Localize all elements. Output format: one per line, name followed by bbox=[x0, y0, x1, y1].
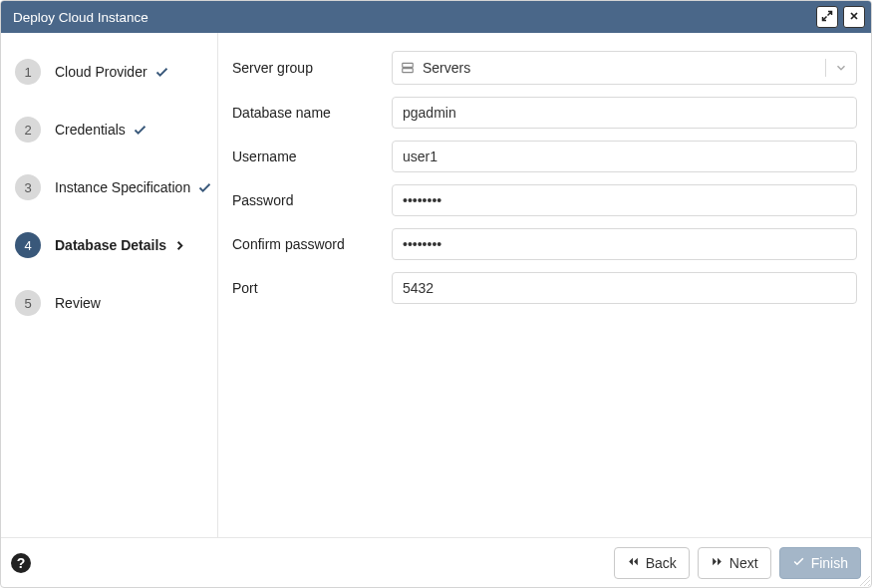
port-input[interactable] bbox=[392, 272, 857, 304]
forward-icon bbox=[711, 555, 724, 571]
back-button[interactable]: Back bbox=[614, 547, 690, 579]
server-group-select[interactable]: Servers bbox=[392, 51, 857, 85]
step-label: Database Details bbox=[55, 237, 166, 253]
step-cloud-provider[interactable]: 1 Cloud Provider bbox=[15, 43, 209, 101]
close-button[interactable] bbox=[843, 6, 865, 28]
form-content: Server group Servers Database name bbox=[218, 33, 871, 537]
maximize-button[interactable] bbox=[816, 6, 838, 28]
chevron-down-icon bbox=[834, 61, 848, 75]
header-controls bbox=[816, 6, 865, 28]
help-icon: ? bbox=[17, 555, 26, 571]
label-username: Username bbox=[232, 148, 392, 164]
step-number-badge: 4 bbox=[15, 232, 41, 258]
dialog-body: 1 Cloud Provider 2 Credentials 3 Instanc… bbox=[1, 33, 871, 537]
dialog-title: Deploy Cloud Instance bbox=[13, 10, 148, 25]
step-label: Instance Specification bbox=[55, 179, 190, 195]
next-label: Next bbox=[729, 555, 758, 571]
check-icon bbox=[154, 65, 169, 80]
step-number-badge: 3 bbox=[15, 174, 41, 200]
step-label: Review bbox=[55, 295, 101, 311]
row-password: Password bbox=[232, 184, 857, 216]
label-database-name: Database name bbox=[232, 105, 392, 121]
wizard-sidebar: 1 Cloud Provider 2 Credentials 3 Instanc… bbox=[1, 33, 218, 537]
svg-rect-0 bbox=[403, 63, 414, 67]
dialog-header: Deploy Cloud Instance bbox=[1, 1, 871, 33]
check-icon bbox=[197, 180, 212, 195]
step-label: Credentials bbox=[55, 122, 126, 138]
check-icon bbox=[792, 555, 805, 571]
rewind-icon bbox=[627, 555, 640, 571]
server-icon bbox=[401, 61, 415, 75]
step-database-details[interactable]: 4 Database Details bbox=[15, 216, 209, 274]
check-icon bbox=[133, 123, 147, 138]
row-confirm-password: Confirm password bbox=[232, 228, 857, 260]
step-review[interactable]: 5 Review bbox=[15, 274, 209, 332]
maximize-icon bbox=[821, 10, 833, 25]
label-server-group: Server group bbox=[232, 60, 392, 76]
row-database-name: Database name bbox=[232, 97, 857, 129]
label-password: Password bbox=[232, 192, 392, 208]
server-group-value: Servers bbox=[423, 60, 817, 76]
confirm-password-input[interactable] bbox=[392, 228, 857, 260]
finish-button[interactable]: Finish bbox=[779, 547, 861, 579]
row-server-group: Server group Servers bbox=[232, 51, 857, 85]
password-input[interactable] bbox=[392, 184, 857, 216]
step-number-badge: 5 bbox=[15, 290, 41, 316]
row-username: Username bbox=[232, 141, 857, 172]
finish-label: Finish bbox=[811, 555, 848, 571]
username-input[interactable] bbox=[392, 141, 857, 172]
row-port: Port bbox=[232, 272, 857, 304]
database-name-input[interactable] bbox=[392, 97, 857, 129]
select-divider bbox=[825, 59, 826, 77]
back-label: Back bbox=[646, 555, 677, 571]
label-confirm-password: Confirm password bbox=[232, 236, 392, 252]
step-number-badge: 2 bbox=[15, 117, 41, 143]
close-icon bbox=[848, 10, 860, 25]
step-credentials[interactable]: 2 Credentials bbox=[15, 101, 209, 158]
chevron-right-icon bbox=[172, 238, 187, 253]
step-label: Cloud Provider bbox=[55, 64, 147, 80]
step-instance-specification[interactable]: 3 Instance Specification bbox=[15, 158, 209, 216]
label-port: Port bbox=[232, 280, 392, 296]
help-button[interactable]: ? bbox=[11, 553, 31, 573]
next-button[interactable]: Next bbox=[698, 547, 771, 579]
svg-rect-1 bbox=[403, 69, 414, 73]
dialog-footer: ? Back Next Finish bbox=[1, 537, 871, 587]
step-number-badge: 1 bbox=[15, 59, 41, 85]
